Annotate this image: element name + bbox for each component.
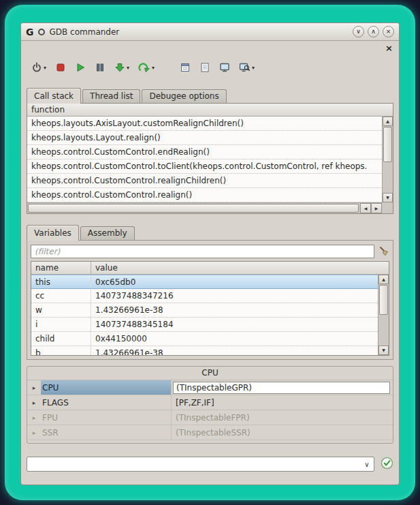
scroll-down-icon[interactable]: ▼ bbox=[383, 193, 393, 202]
scrollbar-thumb[interactable] bbox=[28, 204, 359, 213]
call-stack-vertical-scrollbar[interactable]: ▲ ▼ bbox=[382, 117, 393, 202]
scroll-down-icon[interactable]: ▼ bbox=[378, 346, 389, 355]
variable-row[interactable]: i 140737488345184 bbox=[31, 318, 378, 332]
step-button[interactable]: ▾ bbox=[112, 61, 131, 74]
inspector-dropdown-icon[interactable]: ▾ bbox=[252, 65, 255, 71]
expander-icon[interactable]: ▸ bbox=[27, 410, 41, 425]
cpu-group-title: CPU bbox=[27, 367, 393, 380]
register-group-name[interactable]: CPU bbox=[41, 380, 172, 395]
tab-assembly[interactable]: Assembly bbox=[80, 226, 135, 240]
cpu-row[interactable]: ▸ SSR (TInspectableSSR) bbox=[27, 425, 393, 440]
filter-row bbox=[31, 244, 389, 259]
cpu-row[interactable]: ▸ FPU (TInspectableFPR) bbox=[27, 410, 393, 425]
variable-name: w bbox=[31, 303, 91, 317]
call-stack-rows: kheops.layouts.AxisLayout.customRealignC… bbox=[27, 117, 382, 202]
check-icon bbox=[381, 457, 393, 472]
variable-row[interactable]: child 0x44150000 bbox=[31, 332, 378, 346]
variables-tree: name value this 0xc65db0 cc 140737488347… bbox=[31, 261, 389, 356]
tab-debugee-options[interactable]: Debugee options bbox=[142, 89, 226, 103]
command-input[interactable] bbox=[27, 457, 360, 471]
confirm-button[interactable] bbox=[374, 457, 393, 472]
variable-row[interactable]: cc 140737488347216 bbox=[31, 289, 378, 303]
close-button[interactable]: × bbox=[383, 26, 394, 37]
tab-variables[interactable]: Variables bbox=[27, 225, 79, 241]
continue-button[interactable]: ▾ bbox=[136, 61, 157, 74]
register-group-name[interactable]: FPU bbox=[41, 410, 172, 425]
variables-vertical-scrollbar[interactable]: ▲ ▼ bbox=[378, 275, 389, 355]
frame-function: kheops.layouts.Layout.realign() bbox=[31, 133, 161, 142]
variable-row[interactable]: b 1.43266961e-38 bbox=[31, 346, 378, 355]
frame-function: kheops.control.CustomControl.realignChil… bbox=[31, 176, 226, 185]
register-group-name[interactable]: SSR bbox=[41, 425, 172, 440]
document-button[interactable] bbox=[197, 61, 212, 74]
combo-dropdown-button[interactable]: ∨ bbox=[360, 457, 374, 471]
filter-input[interactable] bbox=[31, 245, 374, 258]
step-dropdown-icon[interactable]: ▾ bbox=[127, 65, 129, 71]
scroll-up-icon[interactable]: ▲ bbox=[383, 117, 393, 126]
clear-filter-button[interactable] bbox=[374, 245, 389, 258]
call-stack-row[interactable]: kheops.layouts.AxisLayout.customRealignC… bbox=[27, 117, 382, 131]
shade-button[interactable]: ∨ bbox=[353, 26, 364, 37]
app-icon: G bbox=[26, 27, 34, 37]
call-stack-row[interactable]: kheops.control.CustomControl.realignChil… bbox=[27, 174, 382, 188]
scroll-right-icon[interactable]: ▶ bbox=[371, 203, 382, 213]
scroll-up-icon[interactable]: ▲ bbox=[378, 275, 389, 284]
monitor-search-icon bbox=[239, 62, 251, 73]
step-into-icon bbox=[114, 62, 125, 73]
register-value-editor[interactable]: (TInspectableGPR) bbox=[173, 382, 390, 394]
variable-row[interactable]: this 0xc65db0 bbox=[31, 275, 378, 289]
variable-row[interactable]: w 1.43266961e-38 bbox=[31, 303, 378, 318]
name-column-header[interactable]: name bbox=[31, 262, 91, 274]
watch-list-button[interactable] bbox=[178, 61, 193, 74]
tab-call-stack[interactable]: Call stack bbox=[27, 88, 81, 104]
call-stack-row[interactable]: kheops.control.CustomControl.endRealign(… bbox=[27, 145, 382, 159]
call-stack-row[interactable]: kheops.control.CustomControl.toClient(kh… bbox=[27, 159, 382, 174]
maximize-button[interactable]: ∧ bbox=[368, 26, 379, 37]
scrollbar-thumb[interactable] bbox=[379, 285, 388, 315]
variable-name: cc bbox=[31, 289, 91, 303]
top-tab-bar: Call stack Thread list Debugee options bbox=[27, 88, 228, 104]
stop-button[interactable] bbox=[53, 61, 68, 74]
variables-header: name value bbox=[31, 262, 389, 275]
expander-icon[interactable]: ▸ bbox=[27, 395, 41, 410]
document-icon bbox=[199, 62, 210, 73]
call-stack-panel: function kheops.layouts.AxisLayout.custo… bbox=[27, 103, 393, 214]
tab-thread-list[interactable]: Thread list bbox=[82, 89, 140, 103]
expander-icon[interactable]: ▸ bbox=[27, 380, 41, 395]
variable-value: 0xc65db0 bbox=[91, 277, 135, 287]
scroll-left-icon[interactable]: ◀ bbox=[360, 203, 371, 213]
call-stack-horizontal-scrollbar[interactable]: ◀ ▶ bbox=[27, 202, 382, 213]
power-button[interactable]: ▾ bbox=[29, 61, 48, 74]
run-button[interactable] bbox=[73, 61, 88, 74]
dock-close-button[interactable]: × bbox=[385, 42, 393, 54]
call-stack-row[interactable]: kheops.layouts.Layout.realign() bbox=[27, 131, 382, 145]
call-stack-header[interactable]: function bbox=[27, 104, 393, 117]
function-column-header[interactable]: function bbox=[27, 105, 65, 114]
memory-view-button[interactable] bbox=[217, 61, 232, 74]
titlebar[interactable]: G GDB commander ∨ ∧ × bbox=[21, 23, 399, 41]
register-group-name[interactable]: FLAGS bbox=[41, 395, 172, 410]
register-group-value: (TInspectableSSR) bbox=[172, 425, 393, 440]
value-column-header[interactable]: value bbox=[91, 262, 389, 274]
variable-name: i bbox=[31, 318, 91, 331]
variable-value: 1.43266961e-38 bbox=[91, 348, 163, 355]
middle-tab-bar: Variables Assembly bbox=[27, 225, 136, 241]
cpu-inspector-group: CPU ▸ CPU (TInspectableGPR) ▸ FLAGS [PF,… bbox=[27, 366, 393, 444]
command-combobox[interactable]: ∨ bbox=[27, 457, 374, 472]
inspector-button[interactable]: ▾ bbox=[237, 61, 257, 74]
call-stack-row[interactable]: kheops.control.CustomControl.realign() bbox=[27, 188, 382, 202]
cpu-row[interactable]: ▸ FLAGS [PF,ZF,IF] bbox=[27, 395, 393, 410]
variable-value: 140737488347216 bbox=[91, 291, 174, 301]
continue-dropdown-icon[interactable]: ▾ bbox=[152, 65, 155, 71]
frame-function: kheops.control.CustomControl.toClient(kh… bbox=[31, 162, 367, 171]
play-icon bbox=[75, 62, 86, 73]
pin-icon bbox=[38, 29, 45, 35]
pause-button[interactable] bbox=[93, 61, 108, 74]
power-icon bbox=[31, 62, 42, 73]
variable-name: child bbox=[31, 332, 91, 346]
expander-icon[interactable]: ▸ bbox=[27, 425, 41, 440]
cpu-row[interactable]: ▸ CPU (TInspectableGPR) bbox=[27, 380, 393, 395]
power-dropdown-icon[interactable]: ▾ bbox=[44, 65, 46, 71]
scrollbar-thumb[interactable] bbox=[383, 127, 392, 162]
chevron-down-icon: ∨ bbox=[356, 29, 361, 35]
